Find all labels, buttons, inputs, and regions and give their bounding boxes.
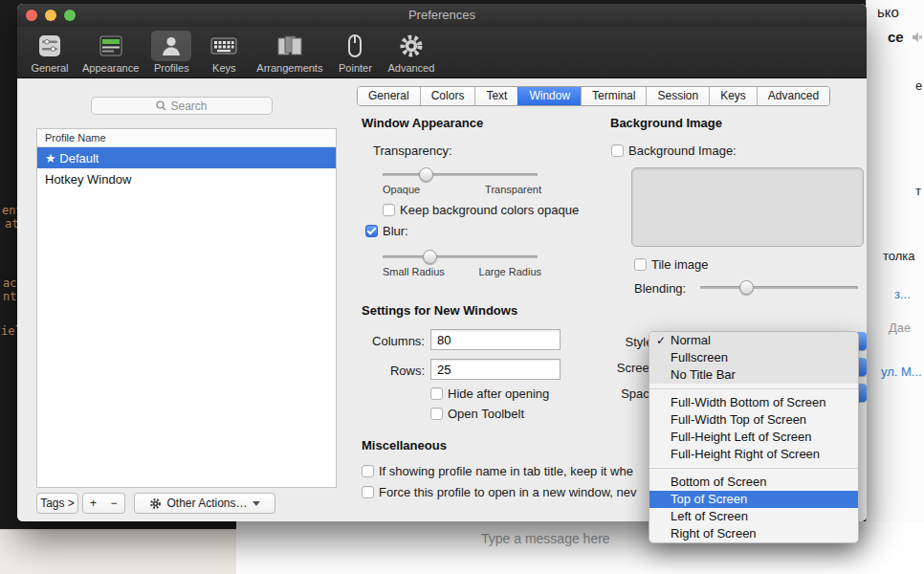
menu-item-left-of-screen[interactable]: Left of Screen (649, 508, 858, 525)
checkbox-box (365, 225, 378, 237)
menu-item-label: Fullscreen (671, 350, 728, 364)
menu-item-fullscreen[interactable]: Fullscreen (649, 349, 858, 366)
menu-item-full-height-right[interactable]: Full-Height Right of Screen (649, 446, 858, 463)
columns-input[interactable] (430, 329, 561, 350)
keys-icon (204, 31, 244, 61)
tab-general[interactable]: General (358, 87, 420, 105)
slider-knob[interactable] (739, 280, 754, 295)
toolbar-item-general[interactable]: General (27, 31, 73, 74)
search-icon (156, 100, 166, 111)
chat-fragment: толка (883, 249, 915, 263)
add-profile-button[interactable]: + (82, 493, 104, 514)
toolbar-label: Keys (212, 62, 235, 74)
chat-fragment: ько (877, 4, 899, 20)
blur-checkbox[interactable]: Blur: (365, 224, 408, 238)
checkbox-label: Background Image: (628, 144, 737, 158)
tab-text[interactable]: Text (474, 87, 517, 105)
transparency-slider[interactable] (383, 167, 538, 182)
tab-terminal[interactable]: Terminal (581, 87, 646, 105)
preferences-toolbar: General Appearance Profiles Keys (17, 27, 867, 78)
other-actions-button[interactable]: Other Actions… (134, 493, 275, 514)
remove-profile-button[interactable]: − (103, 493, 125, 514)
titlebar[interactable]: Preferences (17, 4, 867, 27)
checkbox-label: Force this profile to open in a new wind… (379, 485, 637, 499)
menu-item-full-width-top[interactable]: Full-Width Top of Screen (649, 411, 858, 429)
advanced-gear-icon (391, 31, 431, 61)
search-input[interactable]: Search (91, 97, 273, 115)
profile-row-hotkey-window[interactable]: Hotkey Window (37, 168, 336, 189)
force-new-window-checkbox[interactable]: Force this profile to open in a new wind… (362, 485, 637, 499)
menu-item-full-height-left[interactable]: Full-Height Left of Screen (649, 429, 858, 446)
blending-slider[interactable] (700, 280, 858, 295)
tags-button[interactable]: Tags > (36, 493, 78, 514)
profile-row-default[interactable]: ★ Default (37, 147, 336, 168)
traffic-lights (26, 10, 76, 21)
background-image-well[interactable] (631, 167, 864, 247)
open-toolbelt-checkbox[interactable]: Open Toolbelt (430, 407, 524, 421)
slider-track[interactable] (383, 173, 538, 176)
close-button[interactable] (26, 10, 37, 21)
chevron-down-icon (253, 501, 260, 506)
profile-name-tab-title-checkbox[interactable]: If showing profile name in tab title, ke… (362, 464, 633, 478)
hide-after-opening-checkbox[interactable]: Hide after opening (430, 386, 549, 401)
menu-item-label: Full-Width Bottom of Screen (671, 395, 826, 409)
slider-track[interactable] (383, 255, 538, 258)
menu-item-label: Right of Screen (671, 526, 757, 541)
message-input[interactable]: Type a message here (481, 531, 610, 546)
slider-knob[interactable] (423, 250, 437, 264)
miscellaneous-heading: Miscellaneous (362, 438, 447, 453)
blending-label: Blending: (634, 281, 686, 296)
toolbar-label: Profiles (154, 62, 189, 74)
menu-item-no-title-bar[interactable]: No Title Bar (649, 366, 858, 384)
profile-list-header: Profile Name (37, 129, 336, 147)
blur-slider-labels: Small Radius Large Radius (383, 266, 541, 277)
slider-knob[interactable] (419, 167, 433, 182)
menu-separator (649, 384, 858, 394)
slider-track[interactable] (700, 286, 858, 289)
checkbox-box (611, 144, 624, 157)
checkbox-label: Blur: (383, 224, 408, 238)
rows-input[interactable] (430, 359, 561, 380)
tab-session[interactable]: Session (646, 87, 709, 105)
tab-advanced[interactable]: Advanced (757, 87, 829, 105)
menu-item-top-of-screen[interactable]: Top of Screen (649, 491, 858, 508)
tab-colors[interactable]: Colors (420, 87, 475, 105)
toolbar-label: Appearance (82, 62, 139, 74)
menu-item-label: Left of Screen (671, 509, 748, 523)
toolbar-item-keys[interactable]: Keys (201, 31, 247, 74)
toolbar-label: General (31, 62, 68, 74)
toolbar-label: Arrangements (256, 62, 322, 74)
toolbar-item-appearance[interactable]: Appearance (79, 31, 142, 74)
toolbar-item-profiles[interactable]: Profiles (148, 31, 194, 74)
menu-item-right-of-screen[interactable]: Right of Screen (649, 525, 858, 542)
menu-item-label: No Title Bar (671, 367, 736, 382)
style-menu-group-1: ✓ Normal Fullscreen No Title Bar (649, 332, 858, 384)
background-image-heading: Background Image (610, 116, 722, 130)
chat-fragment: ce (888, 29, 904, 45)
new-windows-heading: Settings for New Windows (362, 303, 517, 318)
blur-radius-slider[interactable] (383, 250, 538, 264)
zoom-button[interactable] (64, 10, 76, 21)
checkbox-box (383, 204, 395, 216)
tab-window[interactable]: Window (517, 87, 581, 105)
tile-image-checkbox[interactable]: Tile image (634, 257, 708, 272)
toolbar-item-advanced[interactable]: Advanced (385, 31, 437, 74)
other-actions-label: Other Actions… (166, 497, 247, 510)
minimize-button[interactable] (45, 10, 56, 21)
background-image-checkbox[interactable]: Background Image: (611, 144, 737, 158)
toolbar-item-pointer[interactable]: Pointer (332, 31, 378, 74)
profile-list: Profile Name ★ Default Hotkey Window (36, 128, 337, 488)
checkbox-label: Hide after opening (448, 386, 549, 401)
opaque-label: Opaque (383, 184, 420, 195)
menu-item-full-width-bottom[interactable]: Full-Width Bottom of Screen (649, 394, 858, 411)
toolbar-item-arrangements[interactable]: Arrangements (253, 31, 325, 74)
keep-opaque-checkbox[interactable]: Keep background colors opaque (383, 203, 579, 217)
general-icon (30, 31, 70, 61)
transparency-slider-labels: Opaque Transparent (383, 184, 541, 195)
menu-item-bottom-of-screen[interactable]: Bottom of Screen (649, 474, 858, 491)
menu-item-normal[interactable]: ✓ Normal (649, 332, 858, 349)
toolbar-label: Advanced (387, 62, 434, 74)
background-app-panel: ько ce е т толка з... Дае ул. М... (866, 0, 924, 574)
tab-keys[interactable]: Keys (709, 87, 757, 105)
checkbox-label: If showing profile name in tab title, ke… (379, 464, 633, 478)
